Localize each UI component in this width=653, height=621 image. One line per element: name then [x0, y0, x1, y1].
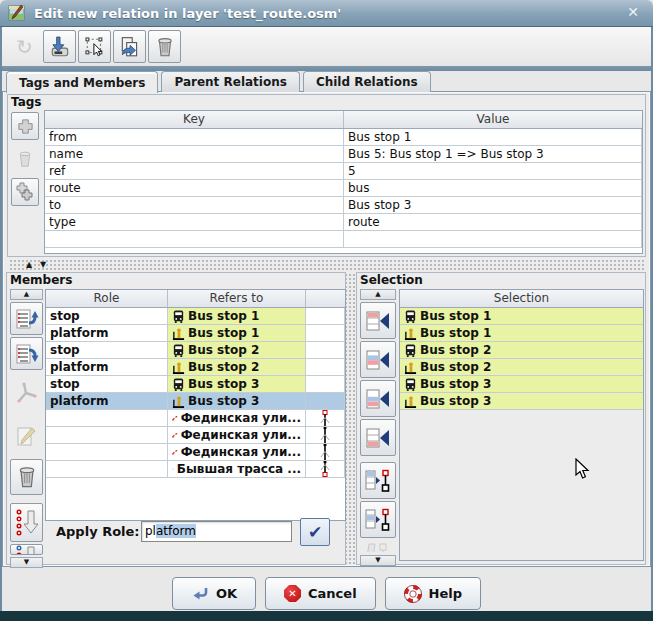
selection-scroll-up-button[interactable]: ▲: [360, 289, 396, 300]
link-column-header[interactable]: [306, 290, 345, 307]
tag-row[interactable]: from Bus stop 1: [45, 129, 642, 146]
select-members-from-selection-button[interactable]: [360, 462, 396, 499]
selection-cell: Bus stop 1: [400, 308, 643, 325]
help-label: Help: [429, 586, 462, 601]
role-text-selected: atform: [156, 524, 196, 538]
tab-parent-relations[interactable]: Parent Relations: [161, 71, 299, 92]
delete-tag-button[interactable]: [11, 145, 39, 173]
way-icon: [172, 412, 178, 425]
member-row[interactable]: Фединская ули...: [46, 410, 345, 427]
bus-icon: [172, 378, 185, 391]
apply-role-input[interactable]: platform: [141, 521, 292, 542]
tag-row[interactable]: ref 5: [45, 163, 642, 180]
select-members-button[interactable]: [78, 30, 111, 63]
tag-row[interactable]: name Bus 5: Bus stop 1 => Bus stop 3: [45, 146, 642, 163]
cancel-button[interactable]: ✕ Cancel: [265, 577, 376, 610]
selection-row[interactable]: Bus stop 2: [400, 359, 643, 376]
add-selection-before-button[interactable]: [360, 341, 396, 378]
role-column-header[interactable]: Role: [46, 290, 168, 307]
selection-row[interactable]: Bus stop 3: [400, 393, 643, 410]
vertical-splitter[interactable]: [346, 272, 356, 565]
trash-icon: [154, 36, 176, 58]
selection-label: Bus stop 2: [420, 342, 491, 358]
refresh-button[interactable]: ↻: [8, 30, 41, 63]
member-row[interactable]: platform Bus stop 1: [46, 325, 345, 342]
member-row[interactable]: stop Bus stop 3: [46, 376, 345, 393]
edit-icon: [15, 425, 39, 449]
add-tag-button[interactable]: [11, 112, 39, 140]
apply-changes-button[interactable]: [43, 30, 76, 63]
member-refers: Фединская ули...: [168, 410, 306, 427]
help-button[interactable]: Help: [385, 577, 481, 610]
download-members-button[interactable]: [360, 540, 396, 553]
add-selection-after-button[interactable]: [360, 380, 396, 417]
horizontal-splitter[interactable]: ▲ ▼: [8, 259, 645, 270]
move-up-icon: [15, 307, 39, 331]
selection-table-header: Selection: [400, 290, 643, 308]
selection-scroll-down-button[interactable]: ▼: [360, 555, 396, 566]
delete-relation-button[interactable]: [148, 30, 181, 63]
sort-members-button[interactable]: [10, 503, 43, 542]
paste-tags-button[interactable]: [11, 178, 39, 206]
trash-icon: [16, 150, 34, 168]
member-refers: Фединская ули...: [168, 444, 306, 461]
selection-row[interactable]: Bus stop 3: [400, 376, 643, 393]
member-link-cell: [306, 393, 345, 410]
refers-to-column-header[interactable]: Refers to: [168, 290, 306, 307]
close-icon[interactable]: ✕: [627, 4, 639, 20]
member-row[interactable]: platform Bus stop 2: [46, 359, 345, 376]
key-column-header[interactable]: Key: [45, 111, 344, 128]
add-selection-at-end-button[interactable]: [360, 419, 396, 456]
member-row[interactable]: stop Bus stop 1: [46, 308, 345, 325]
member-row[interactable]: Фединская ули...: [46, 444, 345, 461]
edit-member-button[interactable]: [10, 419, 43, 455]
selection-row[interactable]: Bus stop 1: [400, 325, 643, 342]
remove-member-button[interactable]: [10, 375, 43, 411]
tag-row[interactable]: to Bus stop 3: [45, 197, 642, 214]
apply-role-button[interactable]: ✔: [300, 518, 330, 546]
deselect-members-button[interactable]: [360, 501, 396, 538]
tab-tags-and-members[interactable]: Tags and Members: [6, 71, 158, 93]
add-selection-at-start-button[interactable]: [360, 302, 396, 339]
help-lifering-icon: [404, 585, 422, 603]
members-scroll-down-button[interactable]: ▼: [10, 557, 43, 568]
bus-icon: [404, 344, 417, 357]
selection-cell: Bus stop 2: [400, 342, 643, 359]
tag-row[interactable]: route bus: [45, 180, 642, 197]
member-row[interactable]: stop Bus stop 2: [46, 342, 345, 359]
delete-member-button[interactable]: [10, 459, 43, 495]
selection-column-header[interactable]: Selection: [400, 290, 643, 307]
select-membership-icon: [365, 469, 391, 493]
platform-icon: [172, 361, 185, 374]
scroll-up-icon: ▲: [375, 291, 380, 298]
duplicate-relation-button[interactable]: [113, 30, 146, 63]
splitter-collapse-up-icon[interactable]: ▲: [26, 259, 32, 270]
window-title: Edit new relation in layer 'test_route.o…: [34, 6, 341, 21]
ok-button[interactable]: OK: [172, 577, 256, 610]
bus-icon: [172, 344, 185, 357]
member-refers-label: Bus stop 1: [188, 308, 259, 324]
member-row[interactable]: Бывшая трасса ...: [46, 461, 345, 478]
tag-row[interactable]: type route: [45, 214, 642, 231]
selection-cell: Bus stop 3: [400, 376, 643, 393]
sort-below-button[interactable]: [10, 544, 43, 555]
member-row[interactable]: Фединская ули...: [46, 427, 345, 444]
add-before-icon: [365, 349, 391, 371]
selection-row[interactable]: Bus stop 2: [400, 342, 643, 359]
plus-icon: [17, 118, 34, 135]
member-row-selected[interactable]: platform Bus stop 3: [46, 393, 345, 410]
tag-row-empty[interactable]: [45, 231, 642, 248]
disabled-tool-icon: [366, 542, 390, 554]
platform-icon: [404, 361, 417, 374]
value-column-header[interactable]: Value: [344, 111, 642, 128]
tab-child-relations[interactable]: Child Relations: [303, 71, 431, 92]
splitter-collapse-down-icon[interactable]: ▼: [40, 259, 46, 270]
selection-row[interactable]: Bus stop 1: [400, 308, 643, 325]
add-at-end-icon: [365, 427, 391, 449]
cancel-label: Cancel: [308, 586, 357, 601]
member-role: platform: [46, 393, 168, 410]
move-member-up-button[interactable]: [10, 302, 43, 335]
move-member-down-button[interactable]: [10, 337, 43, 370]
members-scroll-up-button[interactable]: ▲: [10, 289, 43, 300]
title-bar[interactable]: Edit new relation in layer 'test_route.o…: [0, 0, 653, 27]
